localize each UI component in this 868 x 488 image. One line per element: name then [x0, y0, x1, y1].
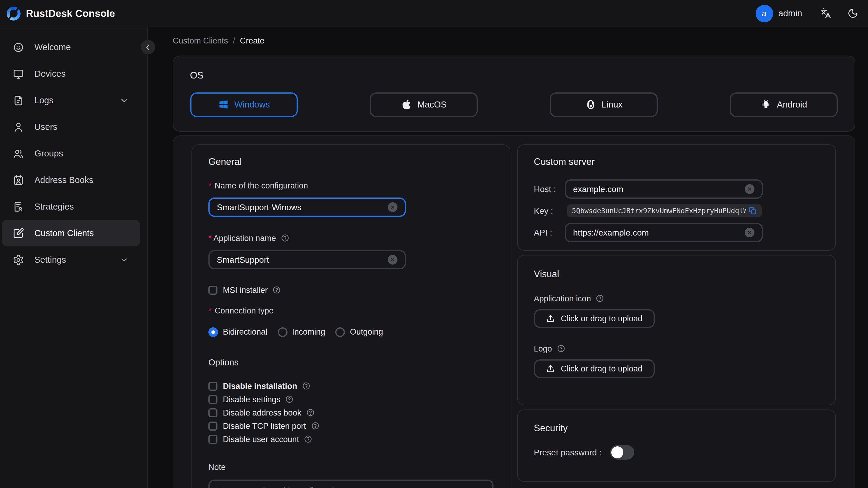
translate-icon: [820, 8, 831, 19]
help-icon[interactable]: [281, 234, 289, 242]
moon-icon: [847, 8, 858, 19]
os-option-linux[interactable]: Linux: [550, 92, 658, 117]
sidebar-item-label: Logs: [34, 95, 54, 105]
chevron-down-icon: [119, 96, 128, 105]
msi-installer-row: MSI installer: [208, 285, 494, 295]
sidebar-item-groups[interactable]: Groups: [0, 140, 147, 167]
radio-outgoing[interactable]: [336, 327, 345, 337]
app-title: RustDesk Console: [26, 7, 115, 19]
copy-icon[interactable]: [748, 206, 757, 215]
sidebar-item-address-books[interactable]: Address Books: [0, 167, 147, 193]
clear-icon[interactable]: [745, 184, 754, 193]
sidebar-item-devices[interactable]: Devices: [0, 60, 147, 87]
general-card: General Name of the configuration Applic…: [191, 144, 510, 488]
chevron-down-icon: [119, 255, 128, 264]
sidebar-item-logs[interactable]: Logs: [0, 87, 147, 114]
disable-user-account-checkbox[interactable]: [208, 434, 217, 444]
clear-icon[interactable]: [388, 202, 398, 212]
disable-tcp-listen-port-checkbox[interactable]: [208, 421, 217, 430]
security-title: Security: [534, 423, 819, 434]
os-option-android[interactable]: Android: [730, 92, 838, 117]
clear-icon[interactable]: [388, 254, 398, 264]
clear-icon[interactable]: [745, 227, 754, 237]
sidebar-item-strategies[interactable]: Strategies: [0, 193, 147, 220]
breadcrumb-parent[interactable]: Custom Clients: [173, 36, 228, 45]
help-icon[interactable]: [557, 344, 565, 353]
preset-password-toggle[interactable]: [610, 445, 634, 460]
upload-button-label: Click or drag to upload: [561, 314, 642, 323]
sidebar: Welcome Devices Logs Users Groups Addres…: [0, 27, 148, 488]
app-name-field: [208, 250, 406, 269]
option-label-text: Disable TCP listen port: [223, 421, 306, 430]
host-label: Host :: [534, 184, 565, 193]
custom-server-card: Custom server Host : Key : 5Qbwsde3unUcJ…: [517, 144, 836, 250]
radio-incoming[interactable]: [278, 327, 287, 337]
upload-icon: [546, 314, 555, 323]
app-name-input[interactable]: [217, 254, 383, 264]
sidebar-item-label: Users: [34, 122, 57, 132]
help-icon[interactable]: [596, 294, 604, 303]
application-icon-label: Application icon: [534, 294, 819, 303]
key-row: Key : 5Qbwsde3unUcJBtrx9ZkvUmwFNoExHzpry…: [534, 204, 819, 217]
language-button[interactable]: [820, 8, 831, 19]
option-row-disable-settings: Disable settings: [208, 394, 494, 404]
help-icon[interactable]: [311, 422, 319, 430]
os-option-label: Linux: [601, 100, 622, 110]
gear-icon: [13, 254, 24, 266]
help-icon[interactable]: [302, 382, 310, 390]
api-field: [565, 222, 763, 242]
os-option-label: MacOS: [417, 100, 447, 110]
key-label: Key :: [534, 206, 565, 215]
os-option-windows[interactable]: Windows: [190, 92, 298, 117]
os-option-label: Android: [777, 100, 807, 110]
header-bar: RustDesk Console a admin: [0, 0, 868, 27]
disable-address-book-checkbox[interactable]: [208, 408, 217, 417]
rustdesk-console-app: RustDesk Console a admin Welcome Devices…: [0, 0, 868, 488]
logo-upload-button[interactable]: Click or drag to upload: [534, 359, 655, 378]
sidebar-item-settings[interactable]: Settings: [0, 246, 147, 273]
breadcrumb: Custom Clients / Create: [173, 34, 868, 47]
edit-icon: [13, 227, 24, 239]
host-input[interactable]: [573, 184, 740, 193]
sidebar-item-welcome[interactable]: Welcome: [0, 34, 147, 60]
radio-label-incoming: Incoming: [292, 327, 325, 336]
user-avatar[interactable]: a: [755, 4, 773, 22]
disable-installation-checkbox[interactable]: [208, 382, 217, 391]
help-icon[interactable]: [285, 395, 294, 403]
option-label: Disable settings: [223, 395, 294, 404]
application-icon-upload-button[interactable]: Click or drag to upload: [534, 309, 655, 328]
note-textarea[interactable]: [208, 479, 494, 488]
theme-toggle-button[interactable]: [847, 8, 858, 19]
connection-type-radios: Bidirectional Incoming Outgoing: [208, 327, 494, 337]
option-row-disable-tcp-listen-port: Disable TCP listen port: [208, 421, 494, 431]
help-icon[interactable]: [304, 435, 312, 443]
help-icon[interactable]: [273, 286, 281, 294]
options-title: Options: [208, 357, 494, 367]
radio-bidirectional[interactable]: [208, 327, 218, 337]
os-option-macos[interactable]: MacOS: [370, 92, 478, 117]
option-row-disable-address-book: Disable address book: [208, 407, 494, 418]
config-name-input[interactable]: [217, 202, 383, 212]
help-icon[interactable]: [306, 408, 315, 417]
user-icon: [13, 121, 24, 132]
file-text-icon: [13, 94, 24, 106]
header-actions: a admin: [755, 4, 860, 22]
logo-label-text: Logo: [534, 344, 552, 353]
connection-type-label: Connection type: [208, 306, 494, 315]
key-value: 5Qbwsde3unUcJBtrx9ZkvUmwFNoExHzpryHuPUdq…: [572, 206, 746, 215]
user-name[interactable]: admin: [778, 8, 802, 18]
api-input[interactable]: [573, 227, 740, 237]
form-wrapper: General Name of the configuration Applic…: [173, 135, 855, 488]
msi-installer-checkbox[interactable]: [208, 285, 217, 295]
os-option-label: Windows: [235, 100, 270, 110]
app-name-label: Application name: [208, 234, 494, 243]
upload-icon: [546, 364, 555, 373]
sidebar-item-custom-clients[interactable]: Custom Clients: [2, 220, 140, 246]
os-card: OS Windows MacOS Linux Android: [173, 56, 855, 131]
disable-settings-checkbox[interactable]: [208, 395, 217, 404]
sidebar-item-users[interactable]: Users: [0, 114, 147, 140]
custom-server-title: Custom server: [534, 156, 819, 167]
strategy-document-icon: [13, 201, 24, 212]
main-content: Custom Clients / Create OS Windows MacOS…: [148, 27, 868, 488]
sidebar-collapse-button[interactable]: [141, 40, 155, 54]
